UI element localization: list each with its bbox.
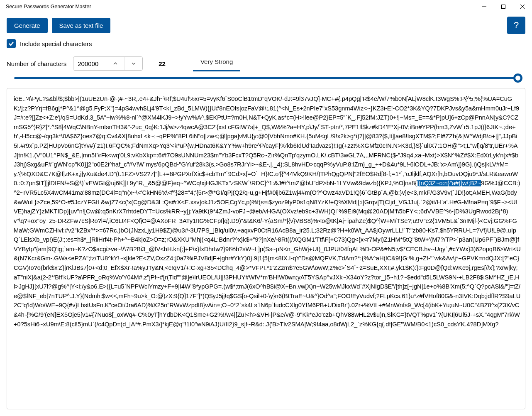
slider-thumb[interactable] <box>513 73 522 83</box>
check-icon <box>8 41 14 46</box>
chevron-down-icon <box>132 61 136 66</box>
chevron-up-icon <box>113 61 117 66</box>
svg-rect-1 <box>502 5 505 9</box>
maximize-icon <box>501 5 505 9</box>
length-slider[interactable] <box>14 77 518 79</box>
generated-password[interactable]: ieE..'4\PyL?s&bl/$;$bb>|(1uUEzUn-@-;#-~3… <box>14 94 521 329</box>
save-as-text-button[interactable]: Save as text file <box>52 18 111 33</box>
num-chars-spinner <box>73 56 143 71</box>
close-button[interactable] <box>513 0 532 13</box>
length-slider-wrap <box>0 73 532 85</box>
include-special-label: Include special characters <box>20 40 92 47</box>
num-chars-input[interactable] <box>73 58 106 70</box>
close-icon <box>520 5 525 9</box>
selected-text: [(nQ3Z~o:n}"a#([w/;B2~ <box>417 180 481 186</box>
num-chars-label: Number of characters <box>7 60 66 67</box>
minimize-icon <box>482 5 486 9</box>
include-special-checkbox[interactable] <box>7 39 16 48</box>
maximize-button[interactable] <box>494 0 513 13</box>
window-controls <box>475 0 532 13</box>
toolbar: Generate Save as text file ? <box>0 13 532 36</box>
titlebar: Secure Passwords Generator Master <box>0 0 532 13</box>
help-button[interactable]: ? <box>507 17 525 34</box>
num-chars-down[interactable] <box>124 57 142 70</box>
generate-button[interactable]: Generate <box>7 18 48 33</box>
score-value: 22 <box>159 60 166 67</box>
params-row: Number of characters 22 Very Strong <box>0 51 532 73</box>
include-special-row: Include special characters <box>0 36 532 51</box>
output-area: ieE..'4\PyL?s&bl/$;$bb>|(1uUEzUn-@-;#-~3… <box>7 88 525 409</box>
minimize-button[interactable] <box>475 0 494 13</box>
strength-indicator: Very Strong <box>193 56 240 71</box>
num-chars-up[interactable] <box>106 57 124 70</box>
window-title: Secure Passwords Generator Master <box>6 4 91 10</box>
